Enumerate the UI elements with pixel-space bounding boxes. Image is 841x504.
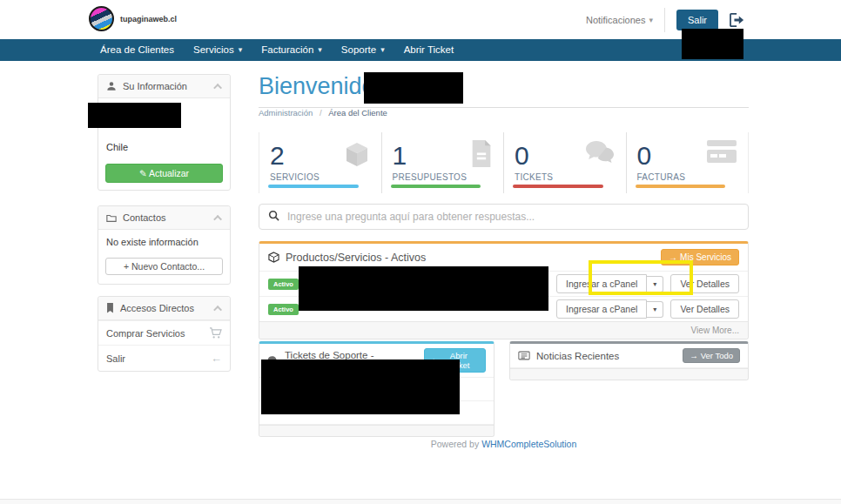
arrow-left-icon: ← — [211, 352, 222, 365]
cart-icon — [209, 327, 222, 339]
powered-by-link[interactable]: WHMCompleteSolution — [481, 439, 576, 449]
page-footer-strip — [0, 499, 841, 504]
shortcut-order-services[interactable]: Comprar Servicios — [98, 320, 230, 345]
divider — [664, 8, 665, 32]
tickets-panel-footer — [259, 425, 494, 436]
products-panel-footer: View More... — [259, 321, 748, 339]
my-services-button[interactable]: →Mis Servicios — [661, 249, 739, 265]
login-cpanel-button[interactable]: Ingresar a cPanel — [556, 274, 647, 293]
comments-icon — [584, 140, 616, 169]
sign-out-icon[interactable] — [730, 13, 745, 27]
user-country: Chile — [98, 142, 230, 152]
your-info-title: Su Información — [123, 81, 187, 91]
bookmark-icon — [106, 303, 114, 313]
nav-item-facturacion[interactable]: Facturación▾ — [252, 39, 332, 61]
powered-by: Powered by WHMCompleteSolution — [259, 439, 749, 449]
breadcrumb-separator: / — [320, 108, 322, 118]
contacts-empty-text: No existe información — [98, 230, 230, 252]
shortcut-logout[interactable]: Salir ← — [98, 345, 230, 371]
arrow-right-icon: → — [690, 351, 698, 360]
redaction-box — [88, 103, 181, 128]
nav-item-servicios[interactable]: Servicios▾ — [184, 39, 252, 61]
user-icon — [106, 81, 117, 91]
credit-card-icon — [706, 140, 737, 166]
view-details-button[interactable]: Ver Detalles — [670, 299, 739, 319]
arrow-right-icon: → — [669, 252, 677, 262]
caret-down-icon: ▾ — [318, 39, 322, 61]
stat-services[interactable]: 2 SERVICIOS — [259, 132, 382, 193]
stat-quotes-label: PRESUPUESTOS — [393, 172, 494, 182]
stats-row: 2 SERVICIOS 1 PRESUPUESTOS 0 TICKETS 0 — [259, 132, 749, 193]
shortcuts-panel-header[interactable]: Accesos Directos — [98, 297, 230, 320]
notifications-label: Notificaciones — [586, 15, 645, 25]
cube-icon — [268, 252, 279, 263]
nav-item-area-clientes[interactable]: Área de Clientes — [91, 39, 184, 61]
new-contact-button[interactable]: + Nuevo Contacto... — [105, 258, 223, 275]
status-badge: Activo — [268, 279, 299, 290]
stat-invoices[interactable]: 0 FACTURAS — [627, 132, 749, 193]
cpanel-dropdown-toggle[interactable]: ▾ — [647, 301, 663, 318]
kb-search — [259, 204, 749, 230]
newspaper-icon — [518, 351, 530, 360]
brand[interactable]: tupaginaweb.cl — [89, 6, 177, 31]
notifications-menu[interactable]: Notificaciones ▾ — [586, 15, 653, 25]
file-icon — [470, 140, 493, 171]
view-more-link[interactable]: View More... — [691, 326, 739, 335]
stat-quotes[interactable]: 1 PRESUPUESTOS — [382, 132, 505, 193]
powered-by-prefix: Powered by — [431, 439, 479, 449]
view-all-news-button[interactable]: →Ver Todo — [683, 348, 740, 363]
stat-services-label: SERVICIOS — [270, 172, 371, 182]
caret-down-icon: ▾ — [649, 16, 653, 24]
service-actions: Ingresar a cPanel ▾ Ver Detalles — [556, 274, 739, 293]
nav-item-abrir-ticket[interactable]: Abrir Ticket — [394, 39, 464, 61]
collapse-chevron-icon[interactable] — [213, 214, 222, 223]
view-details-button[interactable]: Ver Detalles — [670, 274, 739, 293]
nav-item-soporte[interactable]: Soporte▾ — [332, 39, 394, 61]
plus-icon: + — [124, 261, 129, 272]
breadcrumb-root[interactable]: Administración — [259, 108, 313, 118]
cpanel-dropdown-toggle[interactable]: ▾ — [647, 276, 663, 292]
login-cpanel-button[interactable]: Ingresar a cPanel — [556, 299, 647, 319]
cube-icon — [343, 140, 371, 171]
status-badge: Activo — [268, 304, 299, 315]
shortcuts-panel: Accesos Directos Comprar Servicios Salir… — [98, 296, 231, 372]
page-title: Bienvenido — [259, 73, 749, 100]
breadcrumb: Administración / Área del Cliente — [259, 108, 387, 118]
welcome-heading-block: Bienvenido — [259, 73, 749, 108]
breadcrumb-current: Área del Cliente — [328, 108, 387, 118]
brand-logo-icon — [89, 6, 114, 31]
client-area-page: tupaginaweb.cl Notificaciones ▾ Salir Ár… — [0, 0, 841, 504]
redaction-box — [682, 29, 743, 59]
stat-tickets-label: TICKETS — [515, 172, 616, 182]
stat-accent-bar — [513, 185, 603, 188]
collapse-chevron-icon[interactable] — [213, 83, 222, 91]
news-panel-footer — [510, 368, 748, 380]
redaction-box — [364, 72, 463, 104]
folder-icon — [106, 213, 117, 223]
stat-tickets[interactable]: 0 TICKETS — [504, 132, 627, 193]
caret-down-icon: ▾ — [239, 39, 243, 61]
search-icon — [268, 209, 279, 225]
collapse-chevron-icon[interactable] — [213, 305, 222, 313]
caret-down-icon: ▾ — [653, 306, 656, 313]
service-actions: Ingresar a cPanel ▾ Ver Detalles — [556, 299, 739, 319]
logout-button[interactable]: Salir — [676, 10, 718, 30]
redaction-box — [299, 266, 548, 311]
your-info-panel-header[interactable]: Su Información — [98, 75, 230, 98]
brand-name: tupaginaweb.cl — [120, 15, 177, 24]
contacts-panel: Contactos No existe información + Nuevo … — [98, 205, 231, 285]
update-details-button[interactable]: ✎ Actualizar — [105, 164, 223, 183]
shortcuts-title: Accesos Directos — [120, 303, 194, 313]
news-panel-title: Noticias Recientes — [536, 351, 619, 361]
caret-down-icon: ▾ — [653, 280, 656, 288]
news-panel-header: Noticias Recientes →Ver Todo — [510, 344, 748, 368]
contacts-panel-header[interactable]: Contactos — [98, 206, 230, 230]
stat-accent-bar — [268, 185, 359, 188]
search-input[interactable] — [287, 211, 739, 223]
stat-accent-bar — [636, 185, 726, 188]
stat-accent-bar — [391, 185, 481, 188]
pencil-icon: ✎ — [139, 168, 147, 178]
stat-invoices-label: FACTURAS — [637, 172, 738, 182]
caret-down-icon: ▾ — [380, 39, 385, 61]
news-panel: Noticias Recientes →Ver Todo — [509, 341, 749, 380]
